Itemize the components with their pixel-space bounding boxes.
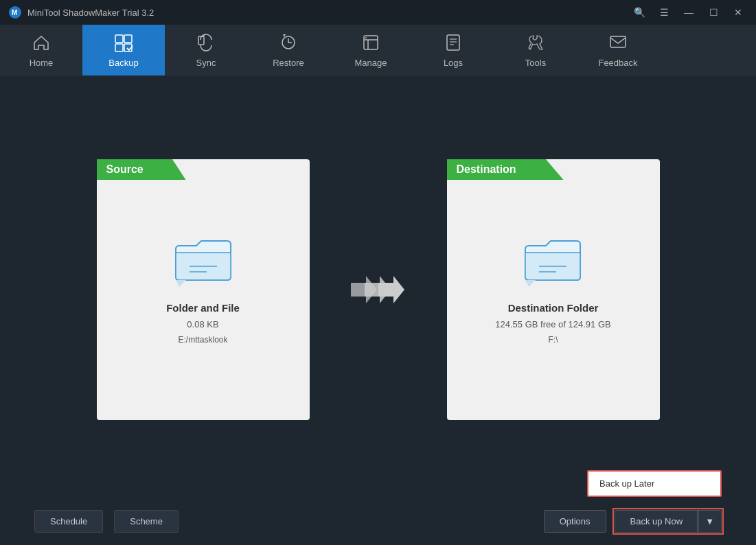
sidebar-item-logs[interactable]: Logs (412, 25, 494, 76)
svg-rect-3 (124, 35, 132, 43)
destination-card[interactable]: Destination Destination Folder 124.55 GB… (447, 159, 660, 420)
source-folder-icon (172, 235, 234, 290)
bottom-right-controls: Options Back up Now ▼ Back up Later (544, 510, 722, 533)
destination-path: F:\ (548, 335, 558, 345)
title-bar: M MiniTool ShadowMaker Trial 3.2 🔍 ☰ — ☐… (0, 0, 756, 25)
logs-label: Logs (444, 58, 463, 68)
bottom-left-controls: Schedule Scheme (34, 510, 179, 533)
backup-now-button[interactable]: Back up Now (615, 510, 698, 533)
sidebar-item-backup[interactable]: Backup (82, 25, 165, 76)
sidebar-item-sync[interactable]: Sync (165, 25, 247, 76)
sidebar-item-feedback[interactable]: Feedback (577, 25, 659, 76)
feedback-icon (608, 33, 628, 55)
home-icon (32, 33, 51, 55)
source-path: E:/mttasklook (178, 335, 227, 345)
manage-label: Manage (355, 58, 387, 68)
source-title: Folder and File (166, 302, 240, 314)
backup-now-group: Back up Now ▼ (615, 510, 722, 533)
svg-rect-12 (447, 35, 459, 50)
app-title: MiniTool ShadowMaker Trial 3.2 (27, 8, 154, 18)
source-header: Source (97, 159, 186, 180)
bottom-bar: Schedule Scheme Options Back up Now ▼ Ba… (0, 497, 756, 545)
title-bar-controls: 🔍 ☰ — ☐ ✕ (630, 5, 748, 20)
source-body: Folder and File 0.08 KB E:/mttasklook (166, 235, 240, 345)
svg-rect-2 (115, 35, 123, 43)
arrow-indicator (351, 276, 406, 303)
app-logo-icon: M (8, 5, 22, 19)
source-size: 0.08 KB (187, 319, 218, 329)
sidebar-item-home[interactable]: Home (0, 25, 82, 76)
svg-rect-16 (610, 36, 626, 47)
backup-dropdown-button[interactable]: ▼ (698, 510, 722, 533)
scheme-button[interactable]: Scheme (114, 510, 179, 533)
search-button[interactable]: 🔍 (630, 5, 649, 20)
logs-icon (444, 33, 463, 55)
options-button[interactable]: Options (544, 510, 606, 533)
destination-body: Destination Folder 124.55 GB free of 124… (495, 235, 610, 345)
title-bar-left: M MiniTool ShadowMaker Trial 3.2 (8, 5, 154, 19)
sidebar-item-restore[interactable]: Restore (247, 25, 330, 76)
minimize-button[interactable]: — (679, 5, 698, 20)
source-card[interactable]: Source Folder and File 0.08 KB E:/mttask… (97, 159, 310, 420)
home-label: Home (30, 58, 54, 68)
svg-text:M: M (12, 9, 17, 16)
svg-rect-4 (115, 44, 123, 51)
svg-point-11 (365, 37, 367, 38)
tools-icon (526, 33, 545, 55)
sidebar-item-manage[interactable]: Manage (330, 25, 412, 76)
backup-icon (113, 33, 134, 55)
menu-button[interactable]: ☰ (654, 5, 674, 20)
sync-icon (196, 33, 216, 55)
main-content: Source Folder and File 0.08 KB E:/mttask… (0, 76, 756, 497)
backup-label: Backup (108, 58, 138, 68)
restore-label: Restore (273, 58, 304, 68)
destination-folder-icon (522, 235, 584, 290)
destination-header: Destination (447, 159, 564, 180)
sidebar-item-tools[interactable]: Tools (494, 25, 577, 76)
schedule-button[interactable]: Schedule (34, 510, 103, 533)
destination-title: Destination Folder (508, 302, 599, 314)
close-button[interactable]: ✕ (729, 5, 748, 20)
manage-icon (361, 33, 380, 55)
tools-label: Tools (525, 58, 546, 68)
backup-later-item[interactable]: Back up Later (588, 472, 720, 496)
sync-label: Sync (196, 58, 216, 68)
maximize-button[interactable]: ☐ (704, 5, 723, 20)
destination-free: 124.55 GB free of 124.91 GB (495, 319, 610, 329)
feedback-label: Feedback (598, 58, 637, 68)
backup-dropdown-menu: Back up Later (587, 470, 722, 497)
nav-bar: Home Backup Sync (0, 25, 756, 76)
restore-icon (279, 33, 298, 55)
